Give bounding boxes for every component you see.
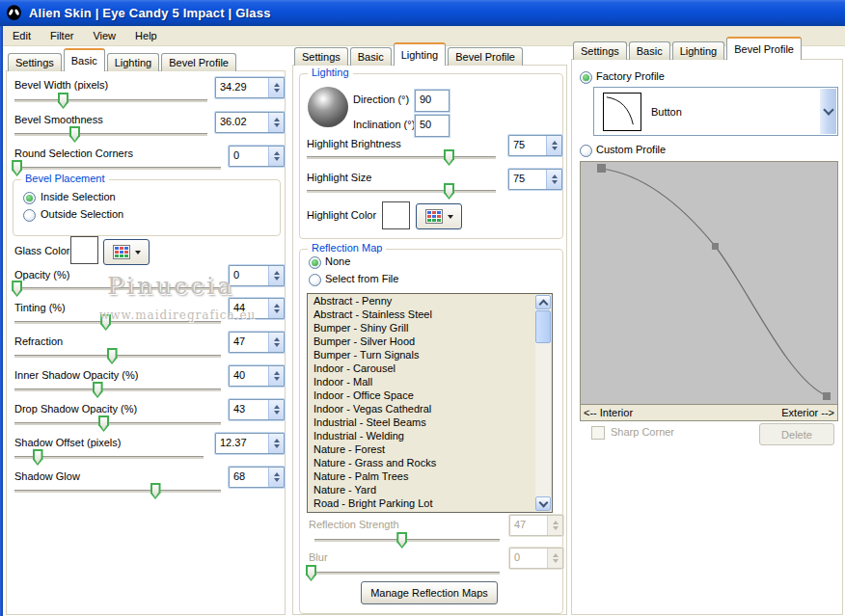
list-item[interactable]: Indoor - Mall xyxy=(308,375,552,388)
curve-handle[interactable] xyxy=(823,392,831,400)
refraction-slider[interactable] xyxy=(14,355,221,359)
spin-buttons[interactable] xyxy=(268,434,284,453)
list-item[interactable]: Indoor - Vegas Cathedral xyxy=(308,402,552,415)
spin-buttons[interactable] xyxy=(268,400,284,419)
tab-settings[interactable]: Settings xyxy=(8,53,62,71)
list-item[interactable]: Bumper - Shiny Grill xyxy=(308,321,552,335)
menu-edit[interactable]: Edit xyxy=(3,28,41,43)
list-item[interactable]: Abstract - Stainless Steel xyxy=(308,308,552,321)
spin-up-icon[interactable] xyxy=(274,368,280,375)
slider-thumb[interactable] xyxy=(12,281,22,297)
slider-thumb[interactable] xyxy=(93,382,103,398)
tab-basic[interactable]: Basic xyxy=(64,48,105,71)
spin-up-icon[interactable] xyxy=(274,301,280,308)
spin-down-icon[interactable] xyxy=(274,309,280,316)
spin-down-icon[interactable] xyxy=(274,277,280,283)
round-corners-spinner[interactable]: 0 xyxy=(229,146,285,167)
highlight-brightness-slider[interactable] xyxy=(307,156,496,160)
spin-up-icon[interactable] xyxy=(274,335,280,341)
menu-help[interactable]: Help xyxy=(125,28,167,43)
slider-thumb[interactable] xyxy=(33,449,43,466)
bevel-width-spinner[interactable]: 34.29 xyxy=(215,77,285,98)
drop-shadow-slider[interactable] xyxy=(14,422,221,426)
outside-selection-radio[interactable] xyxy=(23,209,36,222)
menu-view[interactable]: View xyxy=(83,28,125,43)
shadow-offset-spinner[interactable]: 12.37 xyxy=(215,433,285,454)
list-item[interactable]: Road - Bright Parking Lot xyxy=(308,496,552,510)
opacity-spinner[interactable]: 0 xyxy=(229,265,285,286)
list-scrollbar[interactable] xyxy=(535,295,551,511)
scrollbar-thumb[interactable] xyxy=(535,310,551,343)
spin-buttons[interactable] xyxy=(268,333,284,352)
spin-up-icon[interactable] xyxy=(274,402,280,409)
list-item[interactable]: Nature - Grass and Rocks xyxy=(308,456,552,469)
reflection-map-list[interactable]: Abstract - Penny Abstract - Stainless St… xyxy=(307,293,553,513)
highlight-size-slider[interactable] xyxy=(307,190,496,194)
bevel-width-slider[interactable] xyxy=(14,99,207,103)
profile-curve-editor[interactable]: <-- Interior Exterior --> xyxy=(580,161,838,421)
list-item[interactable]: Abstract - Penny xyxy=(308,294,552,308)
tab-settings[interactable]: Settings xyxy=(294,47,348,66)
shadow-glow-spinner[interactable]: 68 xyxy=(229,467,285,488)
shadow-offset-slider[interactable] xyxy=(14,456,204,460)
direction-field[interactable]: 90 xyxy=(415,90,450,112)
highlight-size-spinner[interactable]: 75 xyxy=(508,169,562,190)
tab-settings[interactable]: Settings xyxy=(573,41,627,60)
spin-up-icon[interactable] xyxy=(274,148,280,155)
tab-bevel-profile[interactable]: Bevel Profile xyxy=(161,53,236,71)
highlight-color-swatch[interactable] xyxy=(382,201,410,229)
spin-down-icon[interactable] xyxy=(274,444,280,451)
glass-color-swatch[interactable] xyxy=(70,236,98,264)
bevel-smoothness-spinner[interactable]: 36.02 xyxy=(215,112,285,133)
spin-buttons[interactable] xyxy=(268,299,284,318)
highlight-brightness-spinner[interactable]: 75 xyxy=(508,135,562,156)
spin-buttons[interactable] xyxy=(268,113,284,132)
light-direction-ball[interactable] xyxy=(308,87,348,127)
tab-bevel-profile[interactable]: Bevel Profile xyxy=(726,37,802,60)
list-item[interactable]: Bumper - Turn Signals xyxy=(308,348,552,362)
tab-lighting[interactable]: Lighting xyxy=(107,53,160,71)
drop-shadow-spinner[interactable]: 43 xyxy=(229,399,285,420)
tab-lighting[interactable]: Lighting xyxy=(672,41,725,60)
tab-bevel-profile[interactable]: Bevel Profile xyxy=(448,47,523,66)
slider-thumb[interactable] xyxy=(98,415,109,432)
spin-up-icon[interactable] xyxy=(274,268,280,275)
list-item[interactable]: Industrial - Steel Beams xyxy=(308,415,552,429)
round-corners-slider[interactable] xyxy=(14,167,221,171)
list-item[interactable]: Nature - Palm Trees xyxy=(308,469,552,483)
curve-handle[interactable] xyxy=(712,243,719,250)
reflection-none-radio[interactable] xyxy=(309,256,321,269)
slider-thumb[interactable] xyxy=(69,126,80,143)
spin-down-icon[interactable] xyxy=(274,123,280,130)
spin-up-icon[interactable] xyxy=(552,138,558,145)
inner-shadow-spinner[interactable]: 40 xyxy=(229,365,285,387)
spin-buttons[interactable] xyxy=(268,266,284,285)
tab-lighting[interactable]: Lighting xyxy=(394,42,447,66)
spin-down-icon[interactable] xyxy=(552,147,558,153)
custom-profile-radio[interactable] xyxy=(580,145,592,157)
shadow-glow-slider[interactable] xyxy=(14,490,221,494)
spin-down-icon[interactable] xyxy=(274,411,280,417)
spin-down-icon[interactable] xyxy=(274,377,280,384)
slider-thumb[interactable] xyxy=(107,348,118,364)
spin-up-icon[interactable] xyxy=(552,172,558,178)
spin-down-icon[interactable] xyxy=(274,343,280,350)
slider-thumb[interactable] xyxy=(58,93,68,109)
spin-up-icon[interactable] xyxy=(274,436,280,442)
highlight-color-palette-button[interactable] xyxy=(416,203,462,229)
spin-buttons[interactable] xyxy=(268,147,284,166)
list-item[interactable]: Nature - Forest xyxy=(308,442,552,456)
spin-buttons[interactable] xyxy=(268,366,284,386)
tab-basic[interactable]: Basic xyxy=(350,47,392,66)
spin-buttons[interactable] xyxy=(546,170,561,189)
spin-up-icon[interactable] xyxy=(274,469,280,476)
spin-buttons[interactable] xyxy=(268,78,284,97)
spin-down-icon[interactable] xyxy=(552,180,558,187)
scroll-down-button[interactable] xyxy=(535,496,551,511)
spin-buttons[interactable] xyxy=(268,468,284,487)
profile-curve[interactable] xyxy=(581,162,835,403)
list-item[interactable]: Indoor - Carousel xyxy=(308,362,552,375)
factory-profile-combobox[interactable]: Button xyxy=(593,87,838,136)
spin-down-icon[interactable] xyxy=(274,478,280,485)
tab-basic[interactable]: Basic xyxy=(629,41,670,60)
